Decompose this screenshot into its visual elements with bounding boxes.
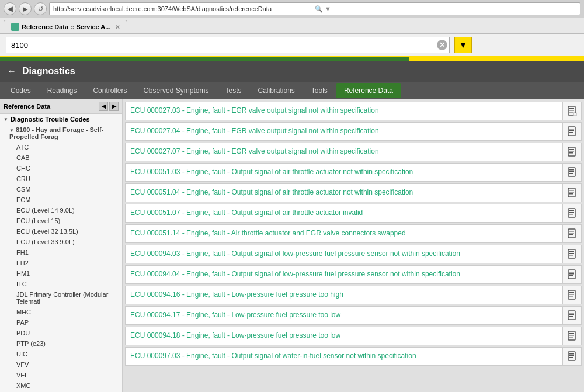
sidebar-expand-button[interactable]: ▶ — [109, 102, 119, 111]
svg-rect-19 — [569, 192, 574, 193]
sidebar-header-buttons: ◀ ▶ — [99, 102, 119, 111]
list-item[interactable]: ECU 000027.07 - Engine, fault - EGR valv… — [125, 143, 582, 161]
tab-codes[interactable]: Codes — [2, 83, 39, 98]
sidebar-item-chc[interactable]: CHC — [0, 163, 122, 174]
list-item[interactable]: ECU 000027.03 - Engine, fault - EGR valv… — [125, 102, 582, 120]
row-icon[interactable] — [562, 164, 581, 181]
svg-rect-34 — [569, 272, 574, 273]
svg-rect-10 — [569, 149, 574, 150]
list-item[interactable]: ECU 000097.03 - Engine, fault - Output s… — [125, 347, 582, 366]
row-text: ECU 000027.04 - Engine, fault - EGR valv… — [126, 123, 562, 140]
tab-close-button[interactable]: ✕ — [115, 24, 120, 30]
svg-rect-1 — [569, 108, 574, 109]
sidebar-item-hm1[interactable]: HM1 — [0, 268, 122, 279]
sidebar-item-ecu14[interactable]: ECU (Level 14 9.0L) — [0, 205, 122, 216]
sidebar-item-vfv[interactable]: VFV — [0, 359, 122, 370]
search-clear-button[interactable]: ✕ — [437, 40, 447, 50]
row-text: ECU 000094.18 - Engine, fault - Low-pres… — [126, 327, 562, 345]
svg-rect-26 — [569, 231, 574, 232]
row-text: ECU 000094.17 - Engine, fault - Low-pres… — [126, 307, 562, 324]
list-item[interactable]: ECU 000094.03 - Engine, fault - Output s… — [125, 245, 582, 263]
tab-favicon — [11, 23, 19, 31]
sidebar-item-ecm[interactable]: ECM — [0, 195, 122, 205]
sidebar-item-xmc[interactable]: XMC — [0, 380, 122, 391]
sidebar-item-csm[interactable]: CSM — [0, 184, 122, 195]
page-title: Diagnostics — [22, 66, 75, 77]
svg-rect-15 — [569, 171, 574, 172]
sidebar-item-cab[interactable]: CAB — [0, 152, 122, 163]
sidebar-item-uic[interactable]: UIC — [0, 349, 122, 359]
row-text: ECU 000094.03 - Engine, fault - Output s… — [126, 245, 562, 263]
list-item[interactable]: ECU 000094.16 - Engine, fault - Low-pres… — [125, 286, 582, 304]
tab-observed-symptoms[interactable]: Observed Symptoms — [135, 83, 217, 98]
sidebar-item-vfi[interactable]: VFI — [0, 370, 122, 380]
tab-readings[interactable]: Readings — [39, 83, 85, 98]
search-input[interactable] — [6, 37, 450, 53]
sidebar-item-ptp[interactable]: PTP (e23) — [0, 338, 122, 349]
header-back-button[interactable]: ← — [7, 66, 16, 77]
sidebar: Reference Data ◀ ▶ ▼ Diagnostic Trouble … — [0, 99, 123, 392]
list-item[interactable]: ECU 000027.04 - Engine, fault - EGR valv… — [125, 122, 582, 141]
sidebar-item-ecu15[interactable]: ECU (Level 15) — [0, 216, 122, 226]
sidebar-item-atc[interactable]: ATC — [0, 142, 122, 152]
svg-rect-36 — [569, 275, 573, 276]
tab-tests[interactable]: Tests — [217, 83, 249, 98]
row-icon[interactable] — [562, 286, 581, 304]
row-text: ECU 000051.14 - Engine, fault - Air thro… — [126, 225, 562, 242]
svg-rect-28 — [569, 234, 573, 235]
svg-rect-31 — [569, 253, 574, 254]
sidebar-item-itc[interactable]: ITC — [0, 279, 122, 289]
sidebar-item-pdu[interactable]: PDU — [0, 328, 122, 338]
app-header: ← Diagnostics — [0, 61, 584, 82]
list-item[interactable]: ECU 000051.07 - Engine, fault - Output s… — [125, 204, 582, 223]
content-area: ECU 000027.03 - Engine, fault - EGR valv… — [123, 99, 584, 392]
list-item[interactable]: ECU 000094.18 - Engine, fault - Low-pres… — [125, 327, 582, 345]
toolbar-dropdown-button[interactable]: ▼ — [454, 37, 472, 53]
row-icon[interactable] — [562, 307, 581, 324]
sidebar-item-mhc[interactable]: MHC — [0, 307, 122, 317]
browser-back-button[interactable]: ◀ — [4, 2, 16, 15]
row-icon[interactable] — [562, 245, 581, 263]
tab-tools[interactable]: Tools — [303, 83, 336, 98]
sidebar-item-ecu32[interactable]: ECU (Level 32 13.5L) — [0, 226, 122, 237]
sidebar-item-jdl[interactable]: JDL Primary Controller (Modular Telemati — [0, 289, 122, 307]
browser-forward-button[interactable]: ▶ — [19, 2, 32, 15]
row-icon[interactable] — [562, 143, 581, 161]
address-bar[interactable]: http://serviceadvisorlocal.deere.com:307… — [49, 2, 580, 15]
row-icon[interactable] — [562, 204, 581, 222]
browser-tabs: Reference Data :: Service A... ✕ — [0, 18, 584, 33]
browser-tab-active[interactable]: Reference Data :: Service A... ✕ — [4, 20, 127, 33]
triangle-icon: ▼ — [4, 117, 8, 122]
tab-calibrations[interactable]: Calibrations — [249, 83, 303, 98]
svg-rect-2 — [569, 110, 574, 111]
row-icon[interactable] — [562, 184, 581, 202]
svg-rect-6 — [569, 129, 574, 130]
list-item[interactable]: ECU 000051.14 - Engine, fault - Air thro… — [125, 224, 582, 243]
tab-reference-data[interactable]: Reference Data — [336, 83, 401, 98]
row-icon[interactable] — [562, 225, 581, 242]
tab-controllers[interactable]: Controllers — [85, 83, 135, 98]
nav-tabs: Codes Readings Controllers Observed Symp… — [0, 82, 584, 99]
address-text: http://serviceadvisorlocal.deere.com:307… — [53, 5, 315, 12]
sidebar-item-dtc[interactable]: ▼ Diagnostic Trouble Codes — [0, 114, 122, 124]
row-text: ECU 000097.03 - Engine, fault - Output s… — [126, 348, 562, 365]
list-item[interactable]: ECU 000051.04 - Engine, fault - Output s… — [125, 183, 582, 202]
browser-refresh-button[interactable]: ↺ — [34, 2, 47, 15]
sidebar-item-fh1[interactable]: FH1 — [0, 247, 122, 258]
row-icon[interactable] — [562, 123, 581, 140]
sidebar-item-8100[interactable]: ▼ 8100 - Hay and Forage - Self-Propelled… — [0, 124, 122, 142]
list-item[interactable]: ECU 000094.04 - Engine, fault - Output s… — [125, 265, 582, 284]
sidebar-section-label: Diagnostic Trouble Codes — [11, 116, 90, 123]
sidebar-item-pap[interactable]: PAP — [0, 317, 122, 328]
sidebar-item-ecu33[interactable]: ECU (Level 33 9.0L) — [0, 237, 122, 247]
row-icon[interactable] — [562, 327, 581, 345]
sidebar-item-cru[interactable]: CRU — [0, 174, 122, 184]
svg-rect-11 — [569, 151, 574, 152]
list-item[interactable]: ECU 000051.03 - Engine, fault - Output s… — [125, 163, 582, 182]
row-icon[interactable] — [562, 102, 581, 120]
sidebar-collapse-button[interactable]: ◀ — [99, 102, 108, 111]
row-icon[interactable] — [562, 348, 581, 365]
list-item[interactable]: ECU 000094.17 - Engine, fault - Low-pres… — [125, 306, 582, 325]
row-icon[interactable] — [562, 266, 581, 283]
sidebar-item-fh2[interactable]: FH2 — [0, 258, 122, 268]
